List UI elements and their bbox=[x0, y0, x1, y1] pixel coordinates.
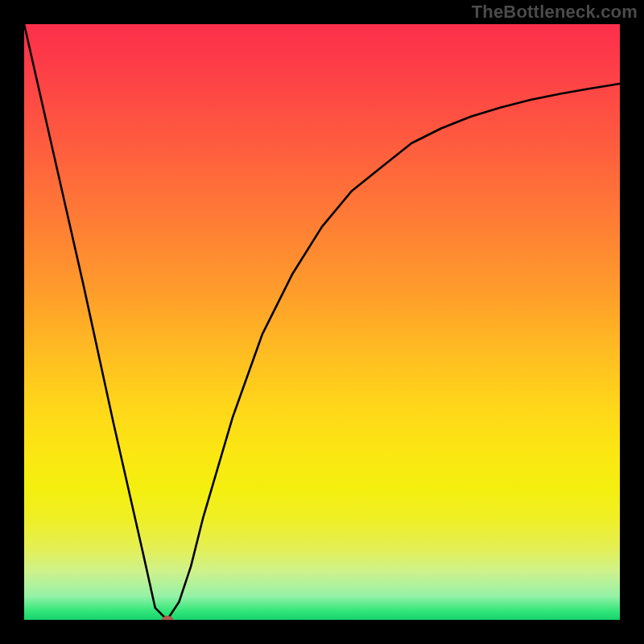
optimum-marker bbox=[162, 616, 173, 620]
curve-path bbox=[24, 24, 620, 620]
watermark-text: TheBottleneck.com bbox=[472, 2, 638, 23]
bottleneck-curve bbox=[24, 24, 620, 620]
plot-area bbox=[24, 24, 620, 620]
chart-frame: TheBottleneck.com bbox=[0, 0, 644, 644]
